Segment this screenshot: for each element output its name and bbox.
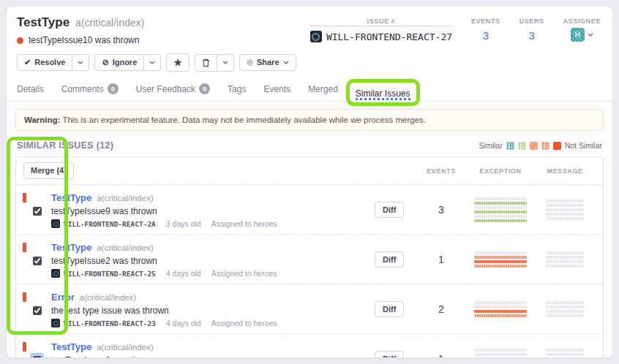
similarity-bar-gray xyxy=(546,353,584,356)
similarity-bar-green xyxy=(474,202,527,205)
similarity-legend: Similar Not Similar xyxy=(479,141,602,150)
similarity-bar-gray xyxy=(474,306,527,308)
similarity-bar-gray xyxy=(474,357,527,359)
bookmark-button[interactable]: ★ xyxy=(166,53,190,72)
issue-link[interactable]: TestType xyxy=(51,192,91,203)
issue-header-left: TestType a(critical/index) testTypeIssue… xyxy=(17,15,144,45)
issue-culprit: a(critical/index) xyxy=(97,243,153,252)
events-stat-value[interactable]: 3 xyxy=(471,29,500,42)
message-similarity-bars xyxy=(546,200,584,220)
resolve-button[interactable]: ✔ Resolve xyxy=(17,54,72,71)
diff-button[interactable]: Diff xyxy=(375,301,404,317)
issue-assignee: Assigned to heroes xyxy=(211,269,277,278)
similarity-bar-green xyxy=(474,211,527,213)
assignee-avatar[interactable]: H xyxy=(571,28,585,42)
message-similarity-bars xyxy=(546,251,584,268)
message-similarity-bars xyxy=(546,301,584,317)
issue-link[interactable]: Error xyxy=(51,292,75,303)
tab-merged[interactable]: Merged xyxy=(308,81,338,101)
merge-checkbox[interactable] xyxy=(33,257,42,265)
mute-icon: ⊘ xyxy=(102,58,108,67)
merge-button[interactable]: Merge (4) xyxy=(23,162,74,179)
exception-similarity-bars xyxy=(474,349,527,359)
users-stat-value[interactable]: 3 xyxy=(519,29,544,42)
legend-swatches xyxy=(506,142,561,150)
issue-header: TestType a(critical/index) testTypeIssue… xyxy=(7,7,612,45)
error-level-bar xyxy=(23,243,26,252)
merge-checkbox-wrap xyxy=(31,304,43,316)
ignore-button[interactable]: ⊘ Ignore xyxy=(94,54,144,71)
issue-number-label: ISSUE # xyxy=(310,18,452,26)
similarity-bar-gray xyxy=(546,310,584,313)
similarity-bar-gray xyxy=(474,206,527,209)
similarity-bar-gray xyxy=(474,301,527,304)
issue-detail-card: TestType a(critical/index) testTypeIssue… xyxy=(6,6,613,358)
merge-checkbox-wrap xyxy=(31,205,43,217)
diff-button[interactable]: Diff xyxy=(375,251,404,268)
chevron-down-icon xyxy=(78,61,83,64)
check-icon: ✔ xyxy=(24,58,31,67)
diff-button[interactable]: Diff xyxy=(375,351,404,359)
tab-tags[interactable]: Tags xyxy=(228,81,246,101)
issue-message: testTypeIssue6 was thrown xyxy=(51,355,375,358)
project-icon xyxy=(51,319,60,327)
merge-checkbox-wrap-focused xyxy=(31,354,43,358)
action-toolbar: ✔ Resolve ⊘ Ignore ★ xyxy=(7,45,612,72)
tab-similar-issues[interactable]: Similar Issues xyxy=(356,86,410,101)
merge-checkbox[interactable] xyxy=(33,306,42,315)
events-column-header: EVENTS xyxy=(416,167,467,175)
similarity-bar-orange-dot xyxy=(474,256,527,259)
similarity-bar-gray xyxy=(474,353,527,356)
exception-similarity-bars xyxy=(474,197,527,222)
exception-column-header: EXCEPTION xyxy=(467,167,534,175)
issue-message: testTypeIssue2 was thrown xyxy=(51,256,375,266)
share-button[interactable]: Share xyxy=(239,54,296,71)
issue-link[interactable]: TestType xyxy=(51,242,91,253)
events-stat-label: EVENTS xyxy=(471,18,500,25)
tab-details[interactable]: Details xyxy=(17,81,44,101)
ignore-dropdown-button[interactable] xyxy=(144,54,161,71)
merge-checkbox[interactable] xyxy=(33,356,42,359)
tab-events[interactable]: Events xyxy=(263,81,290,101)
events-count: 1 xyxy=(416,254,467,265)
similar-issues-content: Warning: This is an experimental feature… xyxy=(7,102,612,358)
tab-comments[interactable]: Comments0 xyxy=(61,80,119,101)
delete-dropdown-button[interactable] xyxy=(217,54,234,72)
similar-issue-row: Errora(critical/index) the test type iss… xyxy=(16,284,603,334)
error-level-dot xyxy=(17,37,23,44)
similarity-bar-gray xyxy=(474,251,527,254)
error-level-bar xyxy=(23,292,26,302)
message-column-header: MESSAGE xyxy=(534,167,596,175)
similarity-bar-gray xyxy=(546,251,584,254)
similarity-bar-gray xyxy=(546,314,584,317)
similar-issue-row: TestTypea(critical/index) testTypeIssue6… xyxy=(16,334,603,358)
issue-short-id[interactable]: WILL-FRONTEND-REACT-27 xyxy=(326,31,452,42)
table-toolbar: Merge (4) EVENTS EXCEPTION MESSAGE xyxy=(16,157,603,185)
project-chip: WILL-FRONTEND-REACT-23 xyxy=(51,319,156,327)
issue-age: 4 days old xyxy=(166,319,201,327)
experimental-warning-banner: Warning: This is an experimental feature… xyxy=(15,109,604,131)
merge-checkbox[interactable] xyxy=(33,207,42,216)
exception-similarity-bars xyxy=(474,251,527,268)
resolve-dropdown-button[interactable] xyxy=(72,54,89,71)
star-icon: ★ xyxy=(173,58,182,67)
chevron-down-icon[interactable] xyxy=(588,33,593,37)
exception-similarity-bars xyxy=(474,301,527,317)
delete-button[interactable] xyxy=(195,54,217,72)
diff-button[interactable]: Diff xyxy=(375,202,404,218)
issue-culprit: a(critical/index) xyxy=(75,17,144,29)
issue-assignee: Assigned to heroes xyxy=(211,219,277,228)
similarity-bar-gray xyxy=(546,349,584,352)
issue-message: testTypeIssue10 was thrown xyxy=(29,35,139,45)
project-icon xyxy=(310,31,322,42)
similarity-bar-salmon-dot xyxy=(541,142,549,150)
similarity-bar-gray xyxy=(546,217,584,220)
issue-message: the test type issue was thrown xyxy=(51,306,375,316)
tab-user-feedback[interactable]: User Feedback0 xyxy=(136,80,210,101)
issue-link[interactable]: TestType xyxy=(51,341,91,352)
similarity-bar-orange xyxy=(474,310,527,313)
similar-issue-row: TestTypea(critical/index) testTypeIssue2… xyxy=(16,235,603,284)
issue-culprit: a(critical/index) xyxy=(97,194,153,202)
project-icon xyxy=(51,219,60,228)
similarity-bar-gray xyxy=(546,204,584,207)
